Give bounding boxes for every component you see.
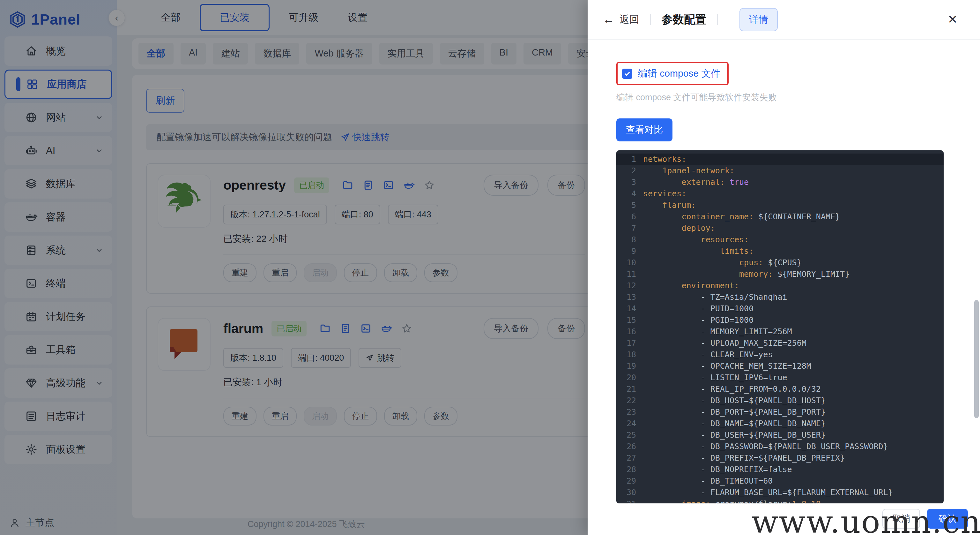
param-config-drawer: ← 返回 参数配置 详情 ✕ 编辑 compose 文件 编辑 compose … [588,0,980,535]
line-number: 2 [616,165,643,177]
page-scrollbar-thumb[interactable] [974,300,979,418]
drawer-body: 编辑 compose 文件 编辑 compose 文件可能导致软件安装失败 查看… [588,40,980,503]
editor-line: 18 - CLEAR_ENV=yes [616,349,943,360]
editor-line: 1networks: [616,153,943,165]
line-number: 16 [616,326,643,337]
editor-line: 22 - DB_HOST=${PANEL_DB_HOST} [616,395,943,406]
editor-line: 10 cpus: ${CPUS} [616,257,943,268]
editor-line: 20 - LISTEN_IPV6=true [616,372,943,383]
line-number: 10 [616,257,643,268]
close-icon[interactable]: ✕ [947,13,958,27]
editor-line: 16 - MEMORY_LIMIT=256M [616,326,943,337]
divider [717,14,718,25]
editor-line: 6 container_name: ${CONTAINER_NAME} [616,211,943,222]
line-number: 7 [616,222,643,234]
editor-line: 24 - DB_NAME=${PANEL_DB_NAME} [616,418,943,430]
line-number: 30 [616,487,643,498]
line-number: 4 [616,188,643,200]
detail-tab[interactable]: 详情 [740,8,778,31]
line-number: 9 [616,246,643,257]
line-number: 28 [616,464,643,475]
watermark: www.uomn.cn [752,504,980,535]
editor-line: 30 - FLARUM_BASE_URL=${FLARUM_EXTERNAL_U… [616,487,943,498]
editor-line: 15 - PGID=1000 [616,315,943,326]
compose-hint: 编辑 compose 文件可能导致软件安装失败 [616,92,943,103]
line-number: 25 [616,430,643,441]
editor-line: 12 environment: [616,280,943,291]
line-number: 13 [616,291,643,303]
line-number: 5 [616,200,643,211]
back-label: 返回 [619,13,639,26]
edit-compose-label[interactable]: 编辑 compose 文件 [638,67,720,80]
editor-line: 23 - DB_PORT=${PANEL_DB_PORT} [616,406,943,418]
line-number: 31 [616,498,643,503]
line-number: 14 [616,303,643,315]
drawer-header: ← 返回 参数配置 详情 ✕ [588,0,980,40]
back-button[interactable]: ← 返回 [603,13,639,26]
editor-line: 9 limits: [616,246,943,257]
view-diff-button[interactable]: 查看对比 [616,118,673,141]
line-number: 27 [616,452,643,464]
editor-line: 5 flarum: [616,200,943,211]
editor-line: 31 image: crazymax/flarum:1.8.10 [616,498,943,503]
edit-compose-checkbox[interactable] [622,69,632,79]
editor-line: 4services: [616,188,943,200]
line-number: 23 [616,406,643,418]
editor-line: 25 - DB_USER=${PANEL_DB_USER} [616,430,943,441]
line-number: 12 [616,280,643,291]
line-number: 24 [616,418,643,430]
line-number: 6 [616,211,643,222]
editor-line: 27 - DB_PREFIX=${PANEL_DB_PREFIX} [616,452,943,464]
line-number: 17 [616,337,643,349]
back-arrow-icon: ← [603,14,614,25]
line-number: 3 [616,177,643,188]
line-number: 21 [616,383,643,395]
line-number: 15 [616,315,643,326]
editor-line: 14 - PUID=1000 [616,303,943,315]
line-number: 18 [616,349,643,360]
editor-line: 11 memory: ${MEMORY_LIMIT} [616,268,943,280]
editor-line: 13 - TZ=Asia/Shanghai [616,291,943,303]
compose-editor[interactable]: 1networks:2 1panel-network:3 external: t… [616,150,943,503]
editor-line: 26 - DB_PASSWORD=${PANEL_DB_USER_PASSWOR… [616,441,943,452]
editor-line: 8 resources: [616,234,943,246]
line-number: 11 [616,268,643,280]
editor-line: 19 - OPCACHE_MEM_SIZE=128M [616,360,943,372]
divider [650,14,651,25]
line-number: 29 [616,475,643,487]
line-number: 22 [616,395,643,406]
line-number: 20 [616,372,643,383]
line-number: 8 [616,234,643,246]
line-number: 1 [616,153,643,165]
editor-line: 17 - UPLOAD_MAX_SIZE=256M [616,337,943,349]
drawer-title: 参数配置 [662,12,706,27]
editor-line: 21 - REAL_IP_FROM=0.0.0.0/32 [616,383,943,395]
line-number: 19 [616,360,643,372]
compose-checkbox-annotation: 编辑 compose 文件 [616,62,729,85]
editor-line: 7 deploy: [616,222,943,234]
editor-line: 2 1panel-network: [616,165,943,177]
editor-line: 3 external: true [616,177,943,188]
editor-line: 29 - DB_TIMEOUT=60 [616,475,943,487]
editor-line: 28 - DB_NOPREFIX=false [616,464,943,475]
line-number: 26 [616,441,643,452]
